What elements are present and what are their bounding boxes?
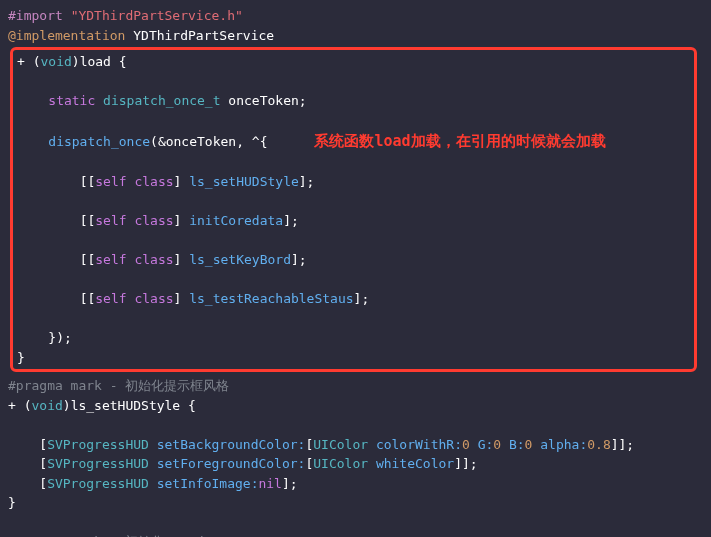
class-ref: UIColor: [313, 456, 368, 471]
selector: whiteColor: [376, 456, 454, 471]
code-line: });: [17, 328, 690, 348]
class-keyword: class: [134, 291, 173, 306]
blank-line: [17, 72, 690, 92]
class-ref: SVProgressHUD: [47, 476, 149, 491]
blank-line: [17, 270, 690, 290]
blank-line: [17, 111, 690, 131]
self-keyword: self: [95, 174, 126, 189]
code-editor: #import "YDThirdPartService.h" @implemen…: [0, 0, 711, 537]
pragma-text: mark - 初始化提示框风格: [63, 378, 230, 393]
import-directive: #import: [8, 8, 63, 23]
import-header: "YDThirdPartService.h": [71, 8, 243, 23]
blank-line: [17, 192, 690, 212]
method-call: initCoredata: [189, 213, 283, 228]
blank-line: [17, 153, 690, 173]
code-line: }: [8, 493, 703, 513]
class-keyword: class: [134, 174, 173, 189]
code-line: }: [17, 348, 690, 368]
method-call: ls_setKeyBord: [189, 252, 291, 267]
code-line: [SVProgressHUD setBackgroundColor:[UICol…: [8, 435, 703, 455]
code-line: static dispatch_once_t onceToken;: [17, 91, 690, 111]
selector: setForegroundColor:: [157, 456, 306, 471]
nil-keyword: nil: [258, 476, 281, 491]
selector: colorWithR:: [376, 437, 462, 452]
var-name: onceToken: [228, 93, 298, 108]
class-ref: UIColor: [313, 437, 368, 452]
selector: G:: [478, 437, 494, 452]
highlight-box: + (void)load { static dispatch_once_t on…: [10, 47, 697, 372]
func-call: dispatch_once: [48, 134, 150, 149]
self-keyword: self: [95, 291, 126, 306]
code-line: #pragma mark - 初始化coredata: [8, 532, 703, 537]
code-line: #pragma mark - 初始化提示框风格: [8, 376, 703, 396]
code-line: #import "YDThirdPartService.h": [8, 6, 703, 26]
blank-line: [17, 309, 690, 329]
code-line: [[self class] ls_setHUDStyle];: [17, 172, 690, 192]
selector: alpha:: [540, 437, 587, 452]
pragma-directive: #pragma: [8, 378, 63, 393]
type-name: dispatch_once_t: [103, 93, 220, 108]
selector: B:: [509, 437, 525, 452]
code-line: [[self class] initCoredata];: [17, 211, 690, 231]
self-keyword: self: [95, 213, 126, 228]
method-name: load: [80, 54, 111, 69]
selector: setBackgroundColor:: [157, 437, 306, 452]
method-name: ls_setHUDStyle: [71, 398, 181, 413]
code-line: + (void)ls_setHUDStyle {: [8, 396, 703, 416]
return-type: void: [40, 54, 71, 69]
blank-line: [8, 415, 703, 435]
return-type: void: [31, 398, 62, 413]
code-line: @implementation YDThirdPartService: [8, 26, 703, 46]
class-name: YDThirdPartService: [133, 28, 274, 43]
code-line: dispatch_once(&onceToken, ^{ 系统函数load加载，…: [17, 130, 690, 153]
code-line: [SVProgressHUD setForegroundColor:[UICol…: [8, 454, 703, 474]
code-line: [[self class] ls_setKeyBord];: [17, 250, 690, 270]
blank-line: [8, 513, 703, 533]
blank-line: [17, 231, 690, 251]
static-keyword: static: [48, 93, 95, 108]
implementation-keyword: @implementation: [8, 28, 125, 43]
class-ref: SVProgressHUD: [47, 456, 149, 471]
annotation-text: 系统函数load加载，在引用的时候就会加载: [314, 132, 605, 150]
method-call: ls_testReachableStaus: [189, 291, 353, 306]
class-keyword: class: [134, 213, 173, 228]
method-call: ls_setHUDStyle: [189, 174, 299, 189]
code-line: + (void)load {: [17, 52, 690, 72]
code-line: [SVProgressHUD setInfoImage:nil];: [8, 474, 703, 494]
class-ref: SVProgressHUD: [47, 437, 149, 452]
self-keyword: self: [95, 252, 126, 267]
code-line: [[self class] ls_testReachableStaus];: [17, 289, 690, 309]
class-keyword: class: [134, 252, 173, 267]
selector: setInfoImage:: [157, 476, 259, 491]
